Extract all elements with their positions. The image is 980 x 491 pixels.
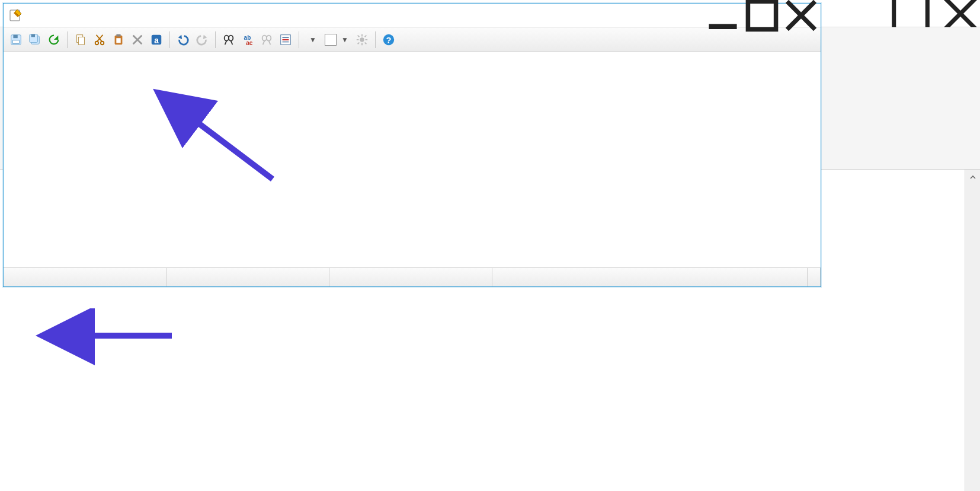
svg-point-20 <box>229 35 233 40</box>
editor-close-button[interactable] <box>782 4 821 28</box>
svg-rect-15 <box>116 34 120 36</box>
delete-button[interactable] <box>129 31 146 49</box>
color-swatch-icon <box>325 34 337 46</box>
cut-button[interactable] <box>91 31 108 49</box>
status-line <box>4 268 166 286</box>
toolbar-separator <box>215 31 216 48</box>
svg-point-19 <box>225 35 229 40</box>
parent-scrollbar[interactable] <box>965 170 980 491</box>
color-dropdown[interactable]: ▼ <box>321 31 352 49</box>
toolbar-separator <box>169 31 170 48</box>
find-button[interactable] <box>220 31 238 49</box>
paste-button[interactable] <box>110 31 127 49</box>
copy-button[interactable] <box>72 31 89 49</box>
svg-rect-6 <box>13 40 20 43</box>
svg-rect-3 <box>748 1 776 29</box>
parent-close-button[interactable] <box>941 0 980 27</box>
resize-grip-icon[interactable] <box>808 268 821 286</box>
goto-line-button[interactable] <box>277 31 294 49</box>
editor-toolbar: a abac ▼ ▼ <box>4 28 821 52</box>
svg-point-24 <box>267 35 271 40</box>
editor-minimize-button[interactable] <box>703 4 742 28</box>
encoding-dropdown[interactable]: ▼ <box>303 31 320 49</box>
select-all-button[interactable]: a <box>148 31 165 49</box>
chevron-down-icon: ▼ <box>341 36 348 44</box>
svg-text:?: ? <box>386 35 391 44</box>
scroll-up-arrow-icon[interactable] <box>965 170 980 185</box>
svg-rect-11 <box>78 37 84 44</box>
find-next-button[interactable] <box>258 31 276 49</box>
undo-button[interactable] <box>174 31 192 49</box>
editor-app-icon <box>8 8 23 23</box>
redo-button[interactable] <box>193 31 211 49</box>
svg-rect-16 <box>116 38 120 43</box>
svg-line-37 <box>364 35 366 37</box>
status-encoding <box>492 268 808 286</box>
save-all-button[interactable] <box>26 31 44 49</box>
editor-statusbar <box>4 267 821 286</box>
help-button[interactable]: ? <box>380 31 398 49</box>
parent-maximize-button[interactable] <box>891 0 930 27</box>
status-character <box>329 268 492 286</box>
preferences-button[interactable] <box>353 31 371 49</box>
editor-text-area[interactable] <box>4 52 820 267</box>
svg-point-29 <box>360 37 364 42</box>
svg-line-35 <box>364 42 366 44</box>
svg-text:ac: ac <box>246 40 253 46</box>
svg-rect-9 <box>31 34 35 37</box>
status-column <box>166 268 329 286</box>
toolbar-separator <box>299 31 299 48</box>
svg-rect-5 <box>13 34 17 38</box>
editor-maximize-button[interactable] <box>742 4 782 28</box>
toolbar-separator <box>375 31 376 48</box>
svg-rect-0 <box>894 0 928 30</box>
svg-line-34 <box>357 35 359 37</box>
editor-titlebar[interactable] <box>4 4 821 28</box>
svg-point-23 <box>262 35 267 40</box>
svg-line-36 <box>357 42 359 44</box>
svg-text:a: a <box>154 36 159 44</box>
editor-window: a abac ▼ ▼ <box>3 3 821 287</box>
replace-button[interactable]: abac <box>239 31 257 49</box>
toolbar-separator <box>67 31 68 48</box>
chevron-down-icon: ▼ <box>309 36 316 44</box>
reload-button[interactable] <box>45 31 63 49</box>
save-button[interactable] <box>7 31 25 49</box>
